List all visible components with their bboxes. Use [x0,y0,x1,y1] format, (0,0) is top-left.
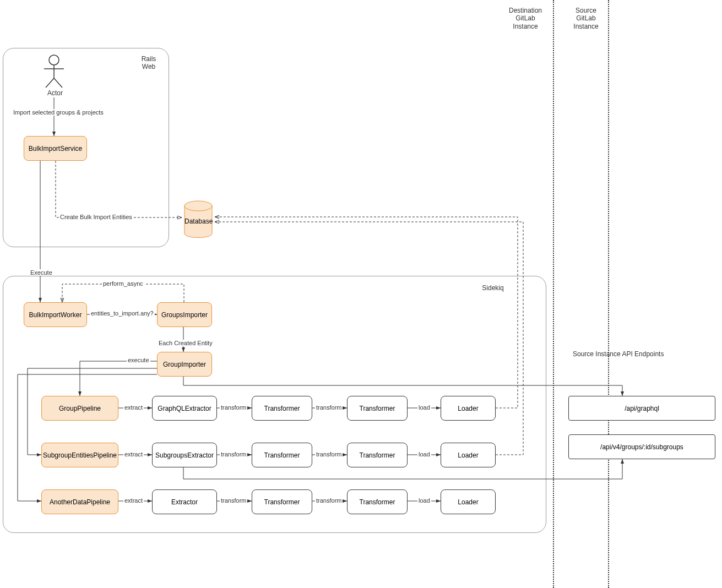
edge-execute-lower: execute [127,357,150,363]
edge-load-r2: load [417,451,431,458]
edge-load-r3: load [417,497,431,504]
edge-transform-r1b: transform [315,404,343,411]
edge-perform-async: perform_async [102,280,144,287]
edge-transform-r2b: transform [315,451,343,458]
edge-each-entity: Each Created Entity [158,340,214,346]
edge-transform-r2a: transform [220,451,247,458]
edge-extract-r1: extract [123,404,144,411]
edge-load-r1: load [417,404,431,411]
edge-transform-r3a: transform [220,497,247,504]
edge-transform-r3b: transform [315,497,343,504]
edge-extract-r3: extract [123,497,144,504]
edge-entities-any: entities_to_import.any? [90,310,155,317]
edge-extract-r2: extract [123,451,144,458]
edge-transform-r1a: transform [220,404,247,411]
edge-import-selected: Import selected groups & projects [12,109,105,116]
edges-layer [0,0,722,588]
edge-execute: Execute [29,269,53,276]
edge-create-entities: Create Bulk Import Entities [59,214,133,220]
